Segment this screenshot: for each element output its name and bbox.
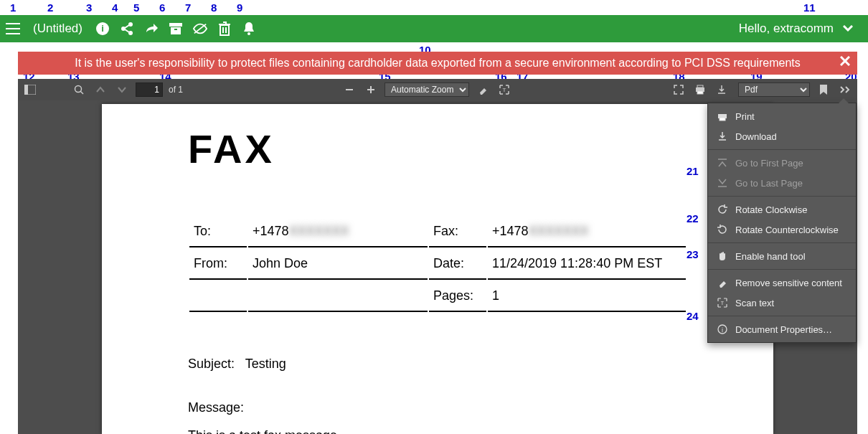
page-number-input[interactable] [136,82,163,97]
to-label: To: [189,217,247,247]
zoom-select[interactable]: Automatic Zoom [385,82,469,97]
menu-download[interactable]: Download [708,126,856,146]
download-icon [717,131,728,142]
ruler-n: 24 [687,310,699,322]
fax-label: Fax: [429,217,486,247]
menu-doc-properties[interactable]: iDocument Properties… [708,319,856,339]
more-tools-icon[interactable] [837,82,853,98]
forward-icon[interactable] [144,22,159,36]
ruler-n: 6 [159,1,165,14]
debug-ruler: 1 2 3 4 5 6 7 8 9 11 [0,0,868,15]
prev-page-icon[interactable] [93,82,108,98]
svg-text:i: i [101,23,104,34]
date-value: 11/24/2019 11:28:40 PM EST [488,249,686,280]
svg-rect-9 [220,25,229,35]
document-title: (Untitled) [33,22,82,36]
menu-first-page: Go to First Page [708,153,856,173]
print-icon [717,110,728,122]
archive-icon[interactable] [169,22,183,36]
toggle-sidebar-icon[interactable] [22,82,38,98]
svg-rect-12 [24,85,28,95]
table-row: To: +1478XXXXXXX Fax: +1478XXXXXXX [189,217,686,247]
viewer-toolbar: of 1 Automatic Zoom T Pdf [18,79,857,100]
svg-text:T: T [721,301,725,306]
bookmark-icon[interactable] [816,82,831,98]
zoom-out-icon[interactable] [341,82,357,98]
message-body: This is a test fax message. [188,428,687,434]
fax-value: +1478XXXXXXX [488,217,686,247]
info-icon[interactable]: i [95,22,110,36]
svg-point-10 [247,32,250,35]
share-icon[interactable] [120,22,134,36]
eraser-icon [717,277,728,288]
from-label: From: [189,249,247,280]
scan-text-icon: T [717,297,728,308]
ruler-n: 3 [86,1,92,14]
pages-value: 1 [488,281,686,312]
info-icon: i [717,324,728,335]
user-menu-caret-icon[interactable] [841,22,855,36]
table-row: From: John Doe Date: 11/24/2019 11:28:40… [189,249,686,280]
ruler-n: 23 [687,248,699,260]
print-icon[interactable] [692,82,708,98]
svg-rect-6 [171,27,181,34]
ruler-n: 22 [687,212,699,225]
ruler-n: 4 [112,1,118,14]
svg-line-14 [80,91,83,94]
menu-hand-tool[interactable]: Enable hand tool [708,246,856,266]
eraser-icon[interactable] [475,82,491,98]
rotate-cw-icon [717,204,728,215]
menu-remove-sensitive[interactable]: Remove sensitive content [708,273,856,293]
hand-icon [717,250,728,262]
ruler-n: 7 [185,1,191,14]
svg-text:i: i [722,326,723,334]
zoom-in-icon[interactable] [363,82,379,98]
menu-last-page: Go to Last Page [708,173,856,193]
svg-rect-19 [697,85,703,88]
fullscreen-icon[interactable] [671,82,687,98]
from-value: John Doe [248,249,428,280]
page-count-label: of 1 [169,85,183,95]
menu-scan-text[interactable]: TScan text [708,293,856,313]
trash-icon[interactable] [217,22,232,36]
svg-rect-21 [697,91,703,94]
more-tools-menu: Print Download Go to First Page Go to La… [707,103,857,343]
ruler-n: 8 [211,1,217,14]
svg-text:T: T [503,87,506,93]
table-row: Pages: 1 [189,281,686,312]
to-value: +1478XXXXXXX [248,217,428,247]
ruler-n: 11 [803,1,816,14]
date-label: Date: [429,249,486,280]
svg-rect-5 [169,23,182,27]
search-icon[interactable] [71,82,87,98]
hamburger-icon[interactable] [6,22,20,36]
fax-heading: FAX [188,126,687,172]
banner-text: It is the user's responsibility to prote… [75,57,801,70]
download-format-select[interactable]: Pdf [738,82,810,97]
rotate-ccw-icon [717,224,728,235]
goto-first-icon [717,157,728,169]
menu-rotate-cw[interactable]: Rotate Clockwise [708,199,856,220]
ruler-n: 2 [47,1,53,14]
pages-label: Pages: [429,281,486,312]
app-header: (Untitled) i Hello, extracomm [0,15,868,42]
goto-last-icon [717,177,728,189]
fax-page: FAX To: +1478XXXXXXX Fax: +1478XXXXXXX F… [102,104,773,434]
ruler-n: 5 [133,1,139,14]
scan-text-icon[interactable]: T [496,82,512,98]
download-icon[interactable] [714,82,730,98]
bell-icon[interactable] [242,22,256,36]
next-page-icon[interactable] [114,82,130,98]
svg-rect-7 [174,29,177,30]
pci-warning-banner: It is the user's responsibility to prote… [18,52,857,75]
hide-icon[interactable] [193,22,207,36]
menu-rotate-ccw[interactable]: Rotate Counterclockwise [708,220,856,240]
ruler-n: 1 [10,1,16,14]
user-greeting: Hello, extracomm [739,22,834,36]
subject-line: Subject: Testing [188,357,687,372]
menu-print[interactable]: Print [708,106,856,126]
ruler-n: 9 [237,1,242,14]
banner-close-icon[interactable] [840,56,850,66]
ruler-n: 21 [687,165,699,177]
message-label: Message: [188,400,687,415]
